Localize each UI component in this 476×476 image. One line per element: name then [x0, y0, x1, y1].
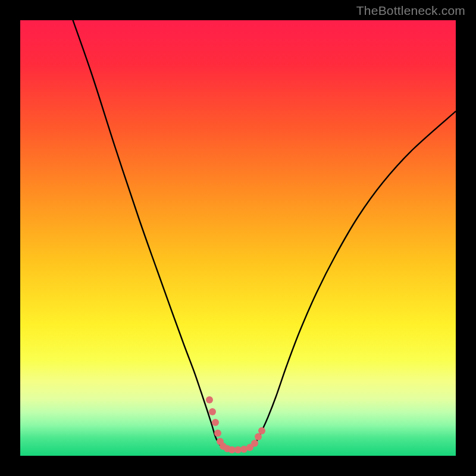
- svg-point-4: [214, 430, 221, 437]
- marker-dots: [206, 396, 265, 453]
- svg-point-1: [206, 396, 213, 403]
- svg-point-14: [258, 427, 265, 434]
- bottleneck-curve: [71, 20, 456, 450]
- svg-point-12: [251, 440, 258, 447]
- curve-layer: [20, 20, 456, 456]
- svg-point-2: [209, 408, 216, 415]
- watermark-text: TheBottleneck.com: [356, 4, 465, 18]
- plot-area: [20, 20, 456, 456]
- svg-point-3: [212, 419, 219, 426]
- svg-point-13: [255, 433, 262, 440]
